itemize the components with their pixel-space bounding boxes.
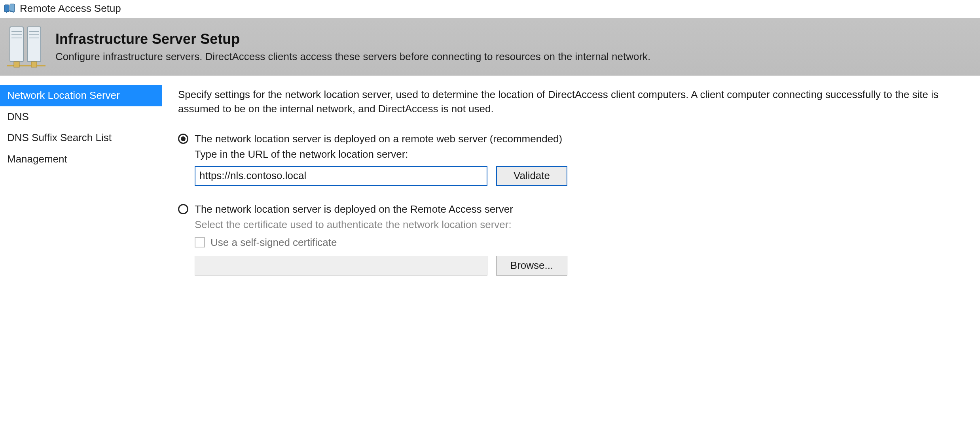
step-content: Specify settings for the network locatio…	[162, 76, 980, 440]
svg-rect-12	[31, 62, 37, 67]
step-network-location-server[interactable]: Network Location Server	[0, 85, 162, 106]
cert-row: Browse...	[195, 256, 975, 276]
banner: Infrastructure Server Setup Configure in…	[0, 18, 980, 76]
title-bar: Remote Access Setup	[0, 0, 980, 18]
banner-servers-icon	[2, 23, 50, 70]
step-management[interactable]: Management	[0, 149, 162, 170]
validate-button[interactable]: Validate	[496, 166, 567, 186]
step-dns[interactable]: DNS	[0, 106, 162, 128]
svg-rect-3	[27, 27, 41, 62]
banner-text: Infrastructure Server Setup Configure in…	[50, 31, 650, 63]
svg-rect-2	[10, 27, 23, 62]
self-signed-checkbox[interactable]	[195, 237, 205, 247]
banner-heading: Infrastructure Server Setup	[55, 31, 650, 47]
option-remote-row[interactable]: The network location server is deployed …	[178, 133, 975, 145]
wizard-steps-sidebar: Network Location Server DNS DNS Suffix S…	[0, 76, 162, 440]
app-icon	[4, 3, 16, 14]
wizard-window: Remote Access Setup Infrastructure Serve…	[0, 0, 980, 440]
banner-subtitle: Configure infrastructure servers. Direct…	[55, 51, 650, 63]
validate-button-label: Validate	[514, 170, 550, 182]
browse-button[interactable]: Browse...	[496, 256, 567, 276]
radio-local[interactable]	[178, 204, 188, 214]
cert-prompt: Select the certificate used to authentic…	[195, 219, 975, 231]
radio-remote-label: The network location server is deployed …	[195, 133, 562, 145]
step-label: Management	[7, 153, 67, 165]
url-row: Validate	[195, 166, 975, 186]
radio-remote[interactable]	[178, 134, 188, 144]
step-label: DNS Suffix Search List	[7, 132, 112, 144]
self-signed-label: Use a self-signed certificate	[210, 236, 337, 249]
radio-local-label: The network location server is deployed …	[195, 203, 513, 215]
url-prompt: Type in the URL of the network location …	[195, 148, 975, 161]
wizard-body: Network Location Server DNS DNS Suffix S…	[0, 76, 980, 440]
cert-path-input	[195, 256, 487, 276]
step-label: DNS	[7, 111, 29, 123]
option-remote-subblock: Type in the URL of the network location …	[178, 148, 975, 186]
intro-text: Specify settings for the network locatio…	[178, 87, 953, 116]
step-dns-suffix-search-list[interactable]: DNS Suffix Search List	[0, 127, 162, 149]
nls-url-input[interactable]	[195, 166, 487, 186]
window-title: Remote Access Setup	[20, 2, 121, 15]
step-label: Network Location Server	[7, 89, 120, 101]
self-signed-row[interactable]: Use a self-signed certificate	[195, 236, 975, 249]
svg-rect-11	[14, 62, 19, 67]
svg-rect-10	[7, 65, 45, 66]
option-local-subblock: Select the certificate used to authentic…	[178, 219, 975, 276]
option-local-row[interactable]: The network location server is deployed …	[178, 203, 975, 215]
browse-button-label: Browse...	[510, 259, 553, 272]
